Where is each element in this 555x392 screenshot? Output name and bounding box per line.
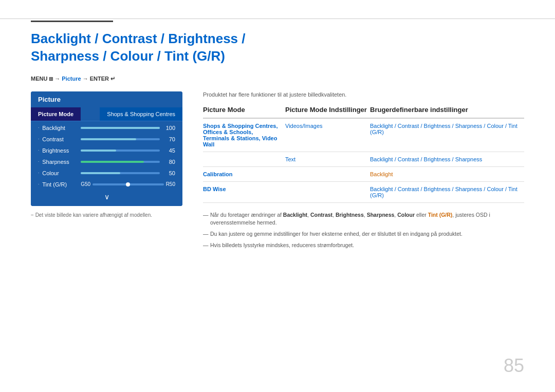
page-number: 85	[504, 355, 524, 377]
colour-slider[interactable]	[81, 172, 160, 174]
bold-colour: Colour	[397, 212, 415, 218]
title-line1: Backlight / Contrast / Brightness /	[31, 31, 246, 46]
osd-header-label: Picture	[38, 96, 61, 103]
table-row: Text Backlight / Contrast / Brightness /…	[203, 152, 524, 166]
table-cell-setting	[285, 166, 370, 181]
osd-tab-value-label: Shops & Shopping Centres	[107, 111, 175, 117]
backlight-slider[interactable]	[81, 127, 160, 129]
section-rule	[31, 21, 113, 22]
table-cell-mode: Calibration	[203, 166, 285, 181]
osd-row-sharpness: · Sharpness 80	[31, 156, 182, 167]
table-cell-setting: Videos/Images	[285, 118, 370, 152]
bottom-note-text: Det viste billede kan variere afhængigt …	[35, 212, 152, 218]
contrast-fill	[81, 138, 136, 140]
col-header-user: Brugerdefinerbare indstillinger	[370, 106, 524, 118]
chevron-icon: ∨	[104, 193, 109, 201]
osd-header: Picture	[31, 91, 182, 107]
osd-tab-value[interactable]: Shops & Shopping Centres	[100, 107, 182, 121]
col-header-mode: Picture Mode	[203, 106, 285, 118]
menu-icon: ⊞	[49, 76, 54, 82]
osd-tab-mode-label: Picture Mode	[38, 111, 73, 117]
intro-text: Produktet har flere funktioner til at ju…	[203, 91, 524, 98]
right-content: Produktet har flere funktioner til at ju…	[203, 91, 524, 371]
dot: ·	[38, 159, 39, 164]
dot: ·	[38, 182, 39, 186]
tint-label: Tint (G/R)	[42, 181, 81, 188]
table-row: Calibration Backlight	[203, 166, 524, 181]
contrast-value: 70	[163, 136, 175, 142]
osd-tab-mode[interactable]: Picture Mode	[31, 107, 81, 121]
osd-row-contrast: · Contrast 70	[31, 134, 182, 145]
contrast-slider[interactable]	[81, 138, 160, 140]
tint-knob	[126, 182, 130, 186]
osd-rows: · Backlight 100 · Contrast	[31, 121, 182, 206]
title-line2: Sharpness / Colour / Tint (G/R)	[31, 48, 225, 64]
bold-brightness: Brightness	[336, 212, 364, 218]
dot: ·	[38, 125, 39, 130]
bold-contrast: Contrast	[310, 212, 332, 218]
table-cell-user: Backlight	[370, 166, 524, 181]
osd-row-tint: · Tint (G/R) G50 R50	[31, 179, 182, 190]
sharpness-value: 80	[163, 159, 175, 165]
tint-slider[interactable]	[92, 183, 164, 185]
note-item-3: Hvis billedets lysstyrke mindskes, reduc…	[203, 241, 524, 250]
bold-backlight: Backlight	[283, 212, 307, 218]
page-title: Backlight / Contrast / Brightness / Shar…	[31, 30, 524, 65]
brightness-slider-area: 45	[81, 147, 175, 154]
table-cell-user: Backlight / Contrast / Brightness / Shar…	[370, 118, 524, 152]
osd-row-colour: · Colour 50	[31, 167, 182, 179]
brightness-label: Brightness	[42, 147, 81, 154]
main-layout: Picture Picture Mode Shops & Shopping Ce…	[31, 91, 524, 371]
dot: ·	[38, 148, 39, 153]
osd-chevron[interactable]: ∨	[31, 190, 182, 205]
table-cell-user: Backlight / Contrast / Brightness / Shar…	[370, 152, 524, 166]
osd-row-brightness: · Brightness 45	[31, 145, 182, 156]
sharpness-fill	[81, 161, 144, 163]
menu-picture: Picture	[62, 76, 81, 82]
table-cell-user: Backlight / Contrast / Brightness / Shar…	[370, 181, 524, 202]
backlight-label: Backlight	[42, 125, 81, 131]
table-cell-setting: Text	[285, 152, 370, 166]
menu-arrow2: →	[83, 76, 88, 82]
backlight-slider-area: 100	[81, 125, 175, 131]
brightness-value: 45	[163, 147, 175, 154]
tint-right-label: R50	[166, 181, 175, 187]
notes-section: Når du foretager ændringer af Backlight,…	[203, 211, 524, 250]
colour-slider-area: 50	[81, 170, 175, 176]
bold-sharpness: Sharpness	[367, 212, 395, 218]
table-cell-setting	[285, 181, 370, 202]
info-table: Picture Mode Picture Mode Indstillinger …	[203, 106, 524, 203]
tint-left-label: G50	[81, 181, 90, 187]
menu-word: MENU	[31, 76, 47, 82]
note-item-2: Du kan justere og gemme indstillinger fo…	[203, 230, 524, 238]
backlight-fill	[81, 127, 160, 129]
colour-fill	[81, 172, 120, 174]
table-cell-mode: Shops & Shopping Centres, Offices & Scho…	[203, 118, 285, 152]
brightness-slider[interactable]	[81, 150, 160, 152]
top-rule	[0, 18, 555, 19]
table-cell-mode	[203, 152, 285, 166]
contrast-slider-area: 70	[81, 136, 175, 142]
table-row: Shops & Shopping Centres, Offices & Scho…	[203, 118, 524, 152]
brightness-fill	[81, 150, 116, 152]
col-header-setting: Picture Mode Indstillinger	[285, 106, 370, 118]
osd-panel: Picture Picture Mode Shops & Shopping Ce…	[31, 91, 182, 371]
page-content: Backlight / Contrast / Brightness / Shar…	[0, 0, 555, 392]
note-item-1: Når du foretager ændringer af Backlight,…	[203, 211, 524, 228]
menu-line: MENU ⊞ → Picture → ENTER ↵	[31, 76, 524, 82]
dot: ·	[38, 137, 39, 141]
sharpness-label: Sharpness	[42, 159, 81, 165]
contrast-label: Contrast	[42, 136, 81, 142]
colour-value: 50	[163, 170, 175, 176]
osd-row-backlight: · Backlight 100	[31, 122, 182, 134]
orange-tint: Tint (G/R)	[428, 212, 453, 218]
sharpness-slider[interactable]	[81, 161, 160, 163]
backlight-value: 100	[163, 125, 175, 131]
menu-arrow1: →	[54, 76, 60, 82]
tint-slider-area: G50 R50	[81, 181, 175, 187]
menu-enter: ENTER	[90, 76, 109, 82]
sharpness-slider-area: 80	[81, 159, 175, 165]
menu-enter-icon: ↵	[110, 76, 115, 82]
osd-tabs: Picture Mode Shops & Shopping Centres	[31, 107, 182, 121]
bottom-note: Det viste billede kan variere afhængigt …	[31, 212, 182, 218]
